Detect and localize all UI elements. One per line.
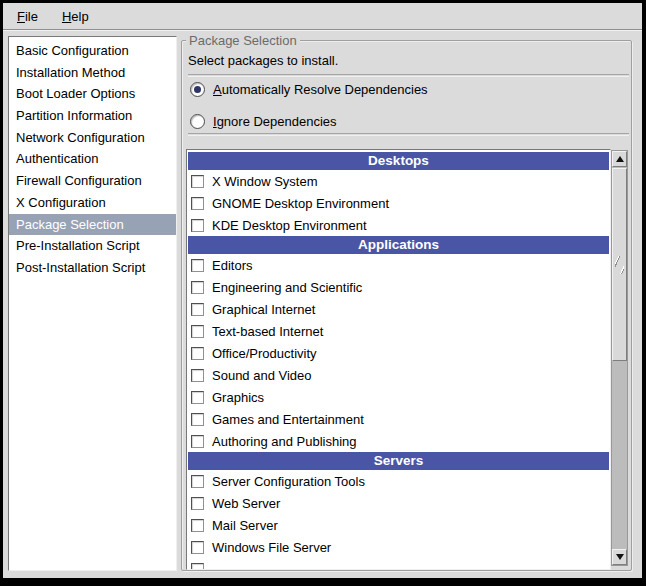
checkbox[interactable] bbox=[191, 347, 204, 360]
sidebar-item-firewall-configuration[interactable]: Firewall Configuration bbox=[9, 170, 176, 192]
package-item-label: Graphical Internet bbox=[212, 302, 315, 317]
scroll-down-button[interactable] bbox=[612, 549, 627, 565]
package-item[interactable]: Editors bbox=[187, 254, 610, 276]
config-section-list[interactable]: Basic ConfigurationInstallation MethodBo… bbox=[8, 36, 177, 571]
menubar: FileHelp bbox=[3, 3, 642, 30]
checkbox[interactable] bbox=[191, 197, 204, 210]
scrollbar-thumb[interactable] bbox=[612, 168, 627, 361]
package-item[interactable]: Mail Server bbox=[187, 514, 610, 536]
package-item-label: GNOME Desktop Environment bbox=[212, 196, 389, 211]
radio-label: Ignore Dependencies bbox=[213, 114, 337, 129]
sidebar-item-basic-configuration[interactable]: Basic Configuration bbox=[9, 40, 176, 62]
window-content: FileHelp Basic ConfigurationInstallation… bbox=[3, 3, 642, 578]
checkbox[interactable] bbox=[191, 563, 204, 571]
package-item-label: Web Server bbox=[212, 496, 280, 511]
sidebar-item-authentication[interactable]: Authentication bbox=[9, 148, 176, 170]
radio-button[interactable] bbox=[190, 114, 205, 129]
package-item[interactable]: Office/Productivity bbox=[187, 342, 610, 364]
package-item[interactable]: Web Server bbox=[187, 492, 610, 514]
package-item-label: KDE Desktop Environment bbox=[212, 218, 367, 233]
arrow-down-icon bbox=[616, 554, 624, 560]
checkbox[interactable] bbox=[191, 497, 204, 510]
sidebar-item-post-installation-script[interactable]: Post-Installation Script bbox=[9, 257, 176, 279]
checkbox[interactable] bbox=[191, 519, 204, 532]
frame-title: Package Selection bbox=[186, 33, 300, 48]
package-item-label: Graphics bbox=[212, 390, 264, 405]
checkbox[interactable] bbox=[191, 413, 204, 426]
package-item-label: Office/Productivity bbox=[212, 346, 317, 361]
package-group-header: Desktops bbox=[188, 152, 609, 170]
menu-file[interactable]: File bbox=[12, 7, 43, 26]
package-item[interactable]: X Window System bbox=[187, 170, 610, 192]
checkbox[interactable] bbox=[191, 175, 204, 188]
radio-label: Automatically Resolve Dependencies bbox=[213, 82, 428, 97]
separator bbox=[188, 133, 629, 135]
checkbox[interactable] bbox=[191, 281, 204, 294]
package-item[interactable]: Engineering and Scientific bbox=[187, 276, 610, 298]
sidebar-item-package-selection[interactable]: Package Selection bbox=[9, 214, 176, 236]
package-list[interactable]: DesktopsX Window SystemGNOME Desktop Env… bbox=[186, 149, 611, 570]
package-group-header: Servers bbox=[188, 452, 609, 470]
separator bbox=[188, 74, 629, 76]
package-item[interactable]: Text-based Internet bbox=[187, 320, 610, 342]
package-item-label: X Window System bbox=[212, 174, 317, 189]
sidebar-item-network-configuration[interactable]: Network Configuration bbox=[9, 127, 176, 149]
checkbox[interactable] bbox=[191, 219, 204, 232]
sidebar-item-x-configuration[interactable]: X Configuration bbox=[9, 192, 176, 214]
package-group-header: Applications bbox=[188, 236, 609, 254]
package-item[interactable]: Server Configuration Tools bbox=[187, 470, 610, 492]
checkbox[interactable] bbox=[191, 303, 204, 316]
package-item-label: Windows File Server bbox=[212, 540, 331, 555]
sidebar-item-pre-installation-script[interactable]: Pre-Installation Script bbox=[9, 235, 176, 257]
checkbox[interactable] bbox=[191, 541, 204, 554]
package-list-scrollbar[interactable] bbox=[611, 150, 628, 566]
package-item-label: Editors bbox=[212, 258, 252, 273]
checkbox[interactable] bbox=[191, 391, 204, 404]
sidebar-item-boot-loader-options[interactable]: Boot Loader Options bbox=[9, 83, 176, 105]
package-item[interactable]: KDE Desktop Environment bbox=[187, 214, 610, 236]
package-item[interactable]: GNOME Desktop Environment bbox=[187, 192, 610, 214]
package-item-label: Text-based Internet bbox=[212, 324, 323, 339]
sidebar-item-partition-information[interactable]: Partition Information bbox=[9, 105, 176, 127]
radio-option-0[interactable]: Automatically Resolve Dependencies bbox=[190, 81, 428, 98]
checkbox[interactable] bbox=[191, 369, 204, 382]
radio-dot-icon bbox=[194, 86, 201, 93]
arrow-up-icon bbox=[616, 156, 624, 162]
scrollbar-grip-icon bbox=[615, 256, 624, 274]
checkbox[interactable] bbox=[191, 259, 204, 272]
package-item-label: Authoring and Publishing bbox=[212, 434, 357, 449]
package-item-label: Engineering and Scientific bbox=[212, 280, 362, 295]
package-item-label: Mail Server bbox=[212, 518, 278, 533]
sidebar-item-installation-method[interactable]: Installation Method bbox=[9, 62, 176, 84]
scroll-up-button[interactable] bbox=[612, 151, 627, 167]
package-item[interactable]: Windows File Server bbox=[187, 536, 610, 558]
instruction-text: Select packages to install. bbox=[188, 53, 338, 68]
package-item[interactable]: Authoring and Publishing bbox=[187, 430, 610, 452]
radio-option-1[interactable]: Ignore Dependencies bbox=[190, 113, 337, 130]
checkbox[interactable] bbox=[191, 435, 204, 448]
package-item-label: Server Configuration Tools bbox=[212, 474, 365, 489]
checkbox[interactable] bbox=[191, 475, 204, 488]
package-item[interactable]: Games and Entertainment bbox=[187, 408, 610, 430]
checkbox[interactable] bbox=[191, 325, 204, 338]
package-item[interactable]: Sound and Video bbox=[187, 364, 610, 386]
package-item-partial[interactable] bbox=[187, 558, 610, 570]
radio-button[interactable] bbox=[190, 82, 205, 97]
application-window: FileHelp Basic ConfigurationInstallation… bbox=[0, 0, 646, 586]
package-item-label: Games and Entertainment bbox=[212, 412, 364, 427]
menu-help[interactable]: Help bbox=[57, 7, 94, 26]
package-item-label: Sound and Video bbox=[212, 368, 312, 383]
package-item[interactable]: Graphics bbox=[187, 386, 610, 408]
package-item[interactable]: Graphical Internet bbox=[187, 298, 610, 320]
